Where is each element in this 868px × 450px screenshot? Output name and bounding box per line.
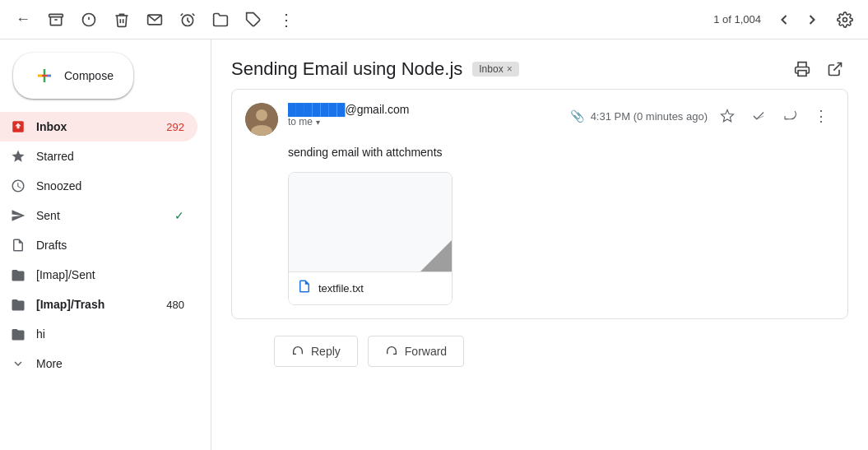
print-button[interactable] bbox=[789, 56, 815, 82]
svg-line-13 bbox=[833, 63, 841, 71]
sidebar-item-more[interactable]: More bbox=[0, 349, 197, 378]
sidebar-item-starred[interactable]: Starred bbox=[0, 141, 197, 171]
forward-icon bbox=[385, 345, 398, 358]
reply-icon bbox=[291, 345, 304, 358]
delete-button[interactable] bbox=[109, 7, 135, 33]
attachment-name: textfile.txt bbox=[318, 282, 364, 295]
message-actions: ⋮ bbox=[714, 103, 834, 129]
hi-folder-icon bbox=[10, 326, 26, 342]
attachment-corner bbox=[420, 239, 453, 271]
sidebar: Compose Inbox 292 Starred Snoozed bbox=[0, 39, 211, 450]
sidebar-item-hi[interactable]: hi bbox=[0, 319, 197, 349]
prev-email-button[interactable] bbox=[771, 7, 797, 33]
svg-rect-12 bbox=[798, 71, 806, 77]
toolbar-navigation bbox=[771, 7, 825, 33]
snooze-button[interactable] bbox=[174, 7, 201, 33]
sent-icon bbox=[10, 207, 26, 224]
star-button[interactable] bbox=[714, 103, 740, 129]
star-icon bbox=[10, 148, 26, 165]
back-button[interactable]: ← bbox=[10, 7, 36, 33]
compose-plus-icon bbox=[33, 64, 56, 87]
settings-button[interactable] bbox=[832, 7, 858, 33]
forward-button[interactable]: Forward bbox=[368, 336, 464, 367]
reply-quick-button[interactable] bbox=[777, 103, 803, 129]
inbox-badge-close[interactable]: × bbox=[507, 63, 513, 75]
sidebar-item-inbox[interactable]: Inbox 292 bbox=[0, 112, 197, 141]
to-me-label: to me bbox=[288, 116, 313, 128]
to-me-row: to me ▾ bbox=[288, 116, 560, 128]
to-me-arrow: ▾ bbox=[316, 118, 320, 127]
message-more-button[interactable]: ⋮ bbox=[808, 103, 834, 129]
mark-unread-button[interactable] bbox=[142, 7, 168, 33]
mark-read-button[interactable] bbox=[745, 103, 772, 129]
more-chevron-icon bbox=[10, 355, 26, 372]
sidebar-item-imap-trash[interactable]: [Imap]/Trash 480 bbox=[0, 290, 197, 319]
compose-button[interactable]: Compose bbox=[13, 53, 133, 99]
move-button[interactable] bbox=[207, 7, 234, 33]
sidebar-item-drafts[interactable]: Drafts bbox=[0, 230, 197, 260]
top-toolbar: ← ⋮ 1 of 1,004 bbox=[0, 0, 868, 39]
sender-email: ███████@gmail.com bbox=[288, 103, 409, 116]
sender-email-row: ███████@gmail.com bbox=[288, 103, 560, 116]
imap-trash-icon bbox=[10, 296, 26, 313]
imap-sent-icon bbox=[10, 267, 26, 283]
avatar-image bbox=[245, 103, 278, 136]
sender-info: ███████@gmail.com to me ▾ bbox=[288, 103, 560, 128]
inbox-badge: Inbox × bbox=[472, 62, 518, 77]
svg-rect-0 bbox=[49, 14, 63, 16]
avatar bbox=[245, 103, 278, 136]
email-subject: Sending Email using Node.js bbox=[231, 58, 462, 80]
reply-row: Reply Forward bbox=[211, 319, 868, 383]
main-layout: Compose Inbox 292 Starred Snoozed bbox=[0, 39, 868, 450]
inbox-icon bbox=[10, 118, 26, 135]
svg-point-15 bbox=[256, 109, 267, 121]
spam-button[interactable] bbox=[76, 7, 102, 33]
email-count: 1 of 1,004 bbox=[713, 13, 761, 26]
sidebar-item-snoozed[interactable]: Snoozed bbox=[0, 171, 197, 201]
attachments: textfile.txt bbox=[245, 172, 834, 305]
sent-checkmark: ✓ bbox=[174, 209, 184, 222]
message-body: sending email with attchments bbox=[245, 146, 834, 159]
attachment-preview bbox=[289, 173, 453, 271]
next-email-button[interactable] bbox=[799, 7, 825, 33]
message-meta: 📎 4:31 PM (0 minutes ago) ⋮ bbox=[570, 103, 834, 129]
attachment-file-icon bbox=[297, 279, 312, 298]
sidebar-item-sent[interactable]: Sent ✓ bbox=[0, 201, 197, 230]
attachment-card[interactable]: textfile.txt bbox=[288, 172, 453, 305]
snoozed-icon bbox=[10, 178, 26, 194]
attachment-footer: textfile.txt bbox=[289, 271, 452, 304]
popout-button[interactable] bbox=[822, 56, 848, 82]
message-sender-row: ███████@gmail.com to me ▾ 📎 4:31 PM (0 m… bbox=[245, 103, 834, 136]
svg-point-7 bbox=[843, 17, 847, 21]
archive-button[interactable] bbox=[43, 7, 69, 33]
label-button[interactable] bbox=[240, 7, 267, 33]
drafts-icon bbox=[10, 237, 26, 253]
email-message: ███████@gmail.com to me ▾ 📎 4:31 PM (0 m… bbox=[231, 89, 848, 319]
content-area: Sending Email using Node.js Inbox × bbox=[211, 39, 868, 450]
sidebar-item-imap-sent[interactable]: [Imap]/Sent bbox=[0, 260, 197, 290]
reply-button[interactable]: Reply bbox=[274, 336, 358, 367]
attachment-clip-icon: 📎 bbox=[570, 109, 584, 123]
email-header: Sending Email using Node.js Inbox × bbox=[211, 39, 868, 89]
sender-email-blurred[interactable]: ███████ bbox=[288, 103, 345, 116]
message-time: 4:31 PM (0 minutes ago) bbox=[591, 110, 708, 123]
more-button[interactable]: ⋮ bbox=[273, 7, 299, 33]
email-header-actions bbox=[789, 56, 848, 82]
